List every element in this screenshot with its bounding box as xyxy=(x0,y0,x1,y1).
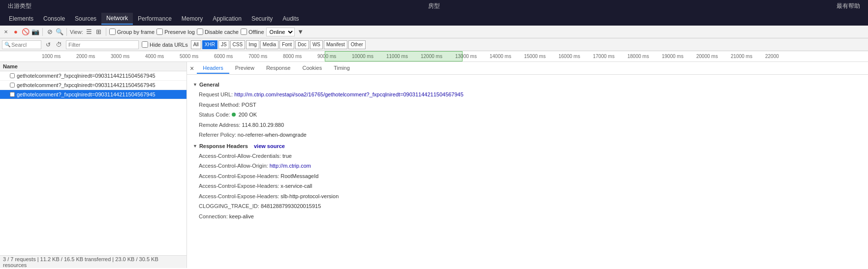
close-icon[interactable]: × xyxy=(2,28,10,36)
timeline-label: 5000 ms xyxy=(180,54,214,59)
group-by-frame-label: Group by frame xyxy=(117,29,155,35)
clear-icon[interactable]: 🚫 xyxy=(22,28,30,36)
status-green-dot xyxy=(232,113,236,117)
offline-checkbox[interactable]: Offline xyxy=(241,29,264,35)
preserve-log-checkbox[interactable]: Preserve log xyxy=(156,29,195,35)
separator-1 xyxy=(42,28,43,36)
camera-icon[interactable]: 📷 xyxy=(31,28,39,36)
network-item-name: gethotelcomment?_fxpcqlniredt=0903114421… xyxy=(17,82,155,88)
network-list-item[interactable]: gethotelcomment?_fxpcqlniredt=0903114421… xyxy=(0,81,186,90)
network-item-checkbox[interactable] xyxy=(10,73,15,78)
filter-manifest[interactable]: Manifest xyxy=(324,40,347,49)
separator-2 xyxy=(66,28,67,36)
response-headers-title-text: Response Headers xyxy=(199,143,248,149)
disable-cache-input[interactable] xyxy=(197,29,203,35)
group-by-frame-input[interactable] xyxy=(109,29,116,35)
record-icon[interactable]: ● xyxy=(12,28,20,36)
network-list-item[interactable]: gethotelcomment?_fxpcqlniredt=0903114421… xyxy=(0,90,186,99)
clock-icon[interactable]: ⏱ xyxy=(55,41,63,49)
filter-xhr[interactable]: XHR xyxy=(202,40,217,49)
hide-data-urls-checkbox[interactable]: Hide data URLs xyxy=(142,41,188,48)
filter-js[interactable]: JS xyxy=(218,40,229,49)
filter-icon[interactable]: ⊘ xyxy=(46,28,54,36)
response-header-key: Access-Control-Expose-Headers: xyxy=(199,173,280,179)
filter-other[interactable]: Other xyxy=(348,40,366,49)
status-code-val: 200 OK xyxy=(239,112,257,118)
timeline-bar: 1000 ms2000 ms3000 ms4000 ms5000 ms6000 … xyxy=(0,51,868,62)
tab-cookies[interactable]: Cookies xyxy=(296,63,328,74)
tab-preview[interactable]: Preview xyxy=(229,63,260,74)
list-view-icon[interactable]: ☰ xyxy=(85,28,93,36)
general-section-title[interactable]: ▼ General xyxy=(193,82,862,88)
tab-elements[interactable]: Elements xyxy=(4,13,38,24)
online-select[interactable]: Online xyxy=(266,28,295,36)
remote-address-row: Remote Address: 114.80.10.29:880 xyxy=(193,120,862,130)
request-method-row: Request Method: POST xyxy=(193,100,862,110)
timeline-label: 7000 ms xyxy=(248,54,283,59)
response-headers-list: Access-Control-Allow-Credentials: true A… xyxy=(193,151,862,222)
network-toolbar: × ● 🚫 📷 ⊘ 🔍 View: ☰ ⊞ Group by frame Pre… xyxy=(0,26,868,38)
general-title-text: General xyxy=(199,82,219,88)
dropdown-icon[interactable]: ▼ xyxy=(297,28,305,36)
filter-ws[interactable]: WS xyxy=(310,40,323,49)
group-by-frame-checkbox[interactable]: Group by frame xyxy=(109,29,155,35)
tab-audits[interactable]: Audits xyxy=(278,13,304,24)
disable-cache-checkbox[interactable]: Disable cache xyxy=(197,29,239,35)
filter-doc[interactable]: Doc xyxy=(295,40,309,49)
tab-sources[interactable]: Sources xyxy=(70,13,101,24)
response-header-row: Connection: keep-alive xyxy=(193,211,862,222)
tab-console[interactable]: Console xyxy=(38,13,70,24)
response-header-val: slb-http-protocol-version xyxy=(280,193,339,199)
headers-close-icon[interactable]: × xyxy=(187,64,197,72)
filter-all[interactable]: All xyxy=(191,40,201,49)
response-header-key: Access-Control-Allow-Origin: xyxy=(199,163,270,169)
network-item-name: gethotelcomment?_fxpcqlniredt=0903114421… xyxy=(17,73,155,79)
tab-application[interactable]: Application xyxy=(208,13,247,24)
offline-input[interactable] xyxy=(241,29,247,35)
search-input[interactable] xyxy=(11,42,36,48)
response-header-val[interactable]: http://m.ctrip.com xyxy=(270,163,311,169)
filter-img[interactable]: Img xyxy=(246,40,259,49)
preserve-log-input[interactable] xyxy=(156,29,163,35)
response-header-val: x-service-call xyxy=(280,183,312,189)
refresh-icon[interactable]: ↺ xyxy=(44,41,52,49)
preserve-log-label: Preserve log xyxy=(164,29,195,35)
response-header-key: CLOGGING_TRACE_ID: xyxy=(199,203,261,209)
view-source-link[interactable]: view source xyxy=(254,143,285,149)
network-list-item[interactable]: gethotelcomment?_fxpcqlniredt=0903114421… xyxy=(0,71,186,81)
tab-network[interactable]: Network xyxy=(101,13,133,25)
timeline-label: 6000 ms xyxy=(214,54,248,59)
top-title-right: 最有帮助 xyxy=(837,2,860,10)
filter-css[interactable]: CSS xyxy=(230,40,246,49)
filter-media[interactable]: Media xyxy=(260,40,279,49)
network-item-checkbox[interactable] xyxy=(10,92,15,97)
timeline-label: 14000 ms xyxy=(490,54,524,59)
filter-font[interactable]: Font xyxy=(279,40,294,49)
timeline-label: 17000 ms xyxy=(593,54,627,59)
tab-timing[interactable]: Timing xyxy=(328,63,356,74)
timeline-label: 8000 ms xyxy=(283,54,317,59)
status-bar: 3 / 7 requests | 11.2 KB / 16.5 KB trans… xyxy=(0,255,186,268)
search-icon-small: 🔍 xyxy=(4,42,10,47)
response-header-row: Access-Control-Expose-Headers: x-service… xyxy=(193,181,862,191)
tab-security[interactable]: Security xyxy=(247,13,278,24)
tab-headers[interactable]: Headers xyxy=(197,63,229,74)
network-item-name: gethotelcomment?_fxpcqlniredt=0903114421… xyxy=(17,91,155,97)
network-item-checkbox[interactable] xyxy=(10,83,15,88)
response-header-row: CLOGGING_TRACE_ID: 84812887993020015915 xyxy=(193,201,862,211)
search-icon[interactable]: 🔍 xyxy=(56,28,63,36)
request-url-row: Request URL: http://m.ctrip.com/restapi/… xyxy=(193,90,862,100)
response-headers-triangle: ▼ xyxy=(193,144,197,149)
filter-input[interactable] xyxy=(66,40,139,49)
timeline-label: 15000 ms xyxy=(524,54,558,59)
tab-performance[interactable]: Performance xyxy=(133,13,177,24)
stack-view-icon[interactable]: ⊞ xyxy=(95,28,103,36)
request-url-val[interactable]: http://m.ctrip.com/restapi/soa2/16765/ge… xyxy=(234,91,464,97)
hide-data-urls-input[interactable] xyxy=(142,41,148,48)
timeline-label: 1000 ms xyxy=(42,54,76,59)
remote-address-val: 114.80.10.29:880 xyxy=(242,122,284,128)
response-headers-section-title[interactable]: ▼ Response Headers view source xyxy=(193,143,862,149)
tab-memory[interactable]: Memory xyxy=(177,13,208,24)
offline-label: Offline xyxy=(248,29,264,35)
tab-response[interactable]: Response xyxy=(260,63,297,74)
